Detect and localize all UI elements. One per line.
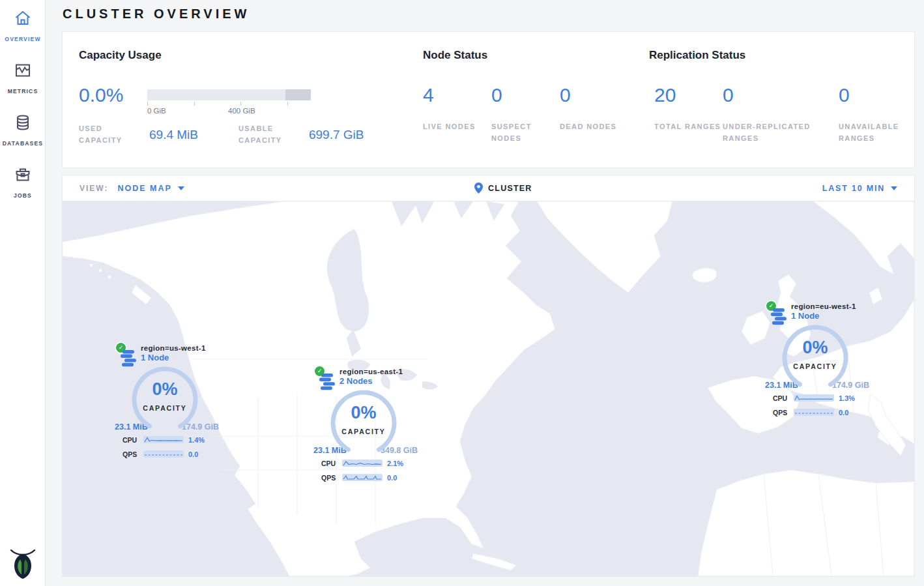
axis-tick-label: 0 GiB [147, 107, 166, 115]
capacity-usage-title: Capacity Usage [79, 49, 162, 62]
node-count-link[interactable]: 1 Node [791, 311, 876, 321]
usable-capacity-value: 699.7 GiB [309, 128, 364, 142]
node-map: ✓ region=us-west-1 1 Node [63, 201, 914, 576]
capacity-percent: 0% [116, 379, 214, 400]
node-count-link[interactable]: 1 Node [141, 353, 225, 362]
qps-label: QPS [321, 474, 341, 482]
capacity-used-percent: 0.0% [79, 84, 123, 106]
qps-label: QPS [773, 409, 792, 417]
axis-tick-label: 400 GiB [228, 107, 255, 115]
unavailable-ranges-value: 0 [839, 84, 923, 106]
home-icon [14, 9, 32, 27]
cpu-label: CPU [773, 394, 792, 402]
capacity-axis-ticks [147, 102, 317, 106]
sidebar-item-databases[interactable]: DATABASES [0, 113, 46, 148]
capacity-label: CAPACITY [116, 404, 214, 412]
metrics-icon [14, 61, 32, 80]
live-nodes-value: 4 [423, 84, 491, 106]
sidebar-item-label: METRICS [8, 88, 38, 95]
replication-status-stats: 20 TOTAL RANGES 0 UNDER-REPLICATED RANGE… [654, 84, 923, 144]
suspect-nodes-value: 0 [491, 84, 560, 106]
cpu-sparkline [143, 434, 184, 446]
sidebar-item-overview[interactable]: OVERVIEW [0, 9, 46, 44]
chevron-down-icon [891, 186, 897, 190]
suspect-nodes-stat: 0 SUSPECT NODES [491, 84, 560, 144]
time-range-value: LAST 10 MIN [822, 184, 885, 193]
dead-nodes-value: 0 [560, 84, 628, 106]
view-label: VIEW: [79, 184, 108, 193]
sidebar-item-metrics[interactable]: METRICS [0, 61, 46, 96]
sidebar-item-label: DATABASES [3, 140, 43, 147]
locality-breadcrumb[interactable]: CLUSTER [474, 183, 532, 194]
qps-value: 0.0 [188, 450, 198, 458]
cluster-summary-card: Capacity Usage Node Status Replication S… [62, 31, 915, 168]
capacity-label: CAPACITY [766, 362, 864, 370]
qps-sparkline [342, 472, 383, 484]
qps-label: QPS [123, 450, 142, 458]
time-range-dropdown[interactable]: LAST 10 MIN [822, 184, 897, 193]
sidebar-item-label: OVERVIEW [5, 36, 40, 42]
briefcase-icon [14, 166, 32, 184]
sidebar-item-label: JOBS [14, 192, 32, 199]
node-count-link[interactable]: 2 Nodes [339, 376, 424, 386]
region-label: region=us-west-1 [141, 344, 225, 352]
map-pin-icon [474, 183, 483, 194]
cpu-sparkline [794, 392, 834, 404]
capacity-axis-labels: 0 GiB 400 GiB [147, 107, 317, 116]
content-area: CLUSTER OVERVIEW Capacity Usage Node Sta… [46, 0, 924, 586]
node-marker-eu-west-1[interactable]: ✓ region=eu-west-1 1 Node [765, 302, 876, 418]
usable-capacity-label: USABLE CAPACITY [238, 123, 295, 146]
capacity-label: CAPACITY [315, 428, 412, 435]
cpu-sparkline [342, 458, 383, 469]
unavailable-ranges-label: UNAVAILABLE RANGES [839, 121, 923, 144]
under-replicated-value: 0 [723, 84, 839, 106]
live-nodes-stat: 4 LIVE NODES [423, 84, 491, 144]
cockroachdb-logo [8, 546, 37, 580]
replication-status-title: Replication Status [649, 49, 745, 62]
unavailable-ranges-stat: 0 UNAVAILABLE RANGES [839, 84, 923, 144]
capacity-gauge: 0% CAPACITY [766, 322, 864, 390]
under-replicated-ranges-stat: 0 UNDER-REPLICATED RANGES [723, 84, 839, 144]
total-ranges-value: 20 [654, 84, 723, 106]
chevron-down-icon [178, 186, 184, 190]
cpu-label: CPU [321, 460, 341, 467]
page-title: CLUSTER OVERVIEW [63, 7, 250, 22]
capacity-gauge: 0% CAPACITY [315, 387, 412, 455]
used-capacity-label: USED CAPACITY [79, 123, 135, 146]
node-map-card: VIEW: NODE MAP CLUSTER LAST 10 MIN [62, 175, 915, 577]
qps-sparkline [794, 407, 834, 418]
breadcrumb-label: CLUSTER [488, 184, 532, 193]
databases-icon [14, 113, 32, 132]
capacity-gauge: 0% CAPACITY [116, 364, 214, 432]
live-nodes-label: LIVE NODES [423, 121, 491, 132]
capacity-percent: 0% [315, 403, 412, 423]
capacity-bar-chart: 0 GiB 400 GiB [147, 89, 317, 116]
capacity-bar [147, 89, 311, 100]
qps-sparkline [143, 448, 184, 460]
view-mode-value: NODE MAP [117, 184, 171, 193]
region-label: region=eu-west-1 [791, 302, 876, 310]
node-status-stats: 4 LIVE NODES 0 SUSPECT NODES 0 DEAD NODE… [423, 84, 628, 144]
capacity-stats: USED CAPACITY 69.4 MiB USABLE CAPACITY 6… [79, 123, 364, 146]
node-marker-us-east-1[interactable]: ✓ region=us-east-1 2 Nodes [313, 368, 424, 484]
cpu-label: CPU [123, 436, 142, 444]
view-mode-dropdown[interactable]: NODE MAP [117, 184, 184, 193]
total-ranges-stat: 20 TOTAL RANGES [654, 84, 723, 144]
used-capacity-value: 69.4 MiB [149, 128, 198, 142]
node-status-title: Node Status [423, 49, 487, 62]
node-marker-us-west-1[interactable]: ✓ region=us-west-1 1 Node [115, 344, 225, 460]
capacity-percent: 0% [766, 338, 864, 358]
qps-value: 0.0 [387, 474, 397, 482]
cpu-value: 1.3% [839, 394, 855, 402]
region-label: region=us-east-1 [339, 368, 424, 375]
suspect-nodes-label: SUSPECT NODES [491, 121, 560, 144]
cpu-value: 2.1% [387, 460, 403, 467]
cpu-value: 1.4% [188, 436, 205, 444]
under-replicated-label: UNDER-REPLICATED RANGES [723, 121, 827, 144]
map-view-bar: VIEW: NODE MAP CLUSTER LAST 10 MIN [63, 175, 914, 201]
sidebar-item-jobs[interactable]: JOBS [0, 166, 46, 200]
qps-value: 0.0 [839, 409, 848, 417]
total-ranges-label: TOTAL RANGES [654, 121, 723, 132]
dead-nodes-stat: 0 DEAD NODES [560, 84, 628, 144]
sidebar: OVERVIEW METRICS DATABASES [0, 0, 46, 586]
